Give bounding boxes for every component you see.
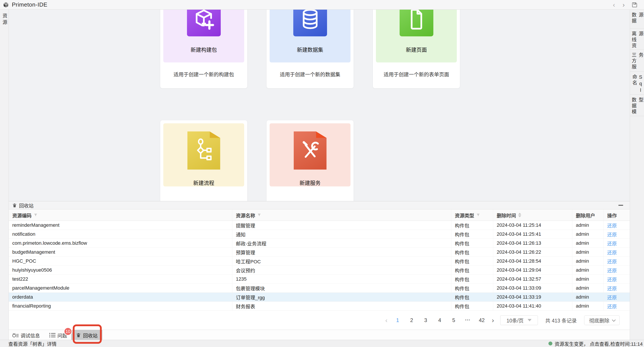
pagination-prev-icon[interactable]: ‹ bbox=[385, 317, 388, 324]
tools-icon bbox=[294, 131, 326, 170]
table-row[interactable]: com.primeton.lowcode.ems.bizflow 邮政-业务流程… bbox=[9, 239, 630, 248]
card-new-build-package[interactable]: 新建构建包 适用于创建一个新的构建包 bbox=[160, 10, 247, 88]
column-header-resource-code[interactable]: 资源编码 bbox=[9, 209, 232, 221]
cell-type: 构件包 bbox=[451, 293, 493, 302]
card-description: 适用于创建一个新的表单页面 bbox=[376, 70, 457, 78]
cell-code: parcelManagementModule bbox=[9, 284, 232, 293]
cell-name: 会议预约 bbox=[232, 266, 451, 275]
column-header-actions: 操作 bbox=[604, 209, 630, 221]
cell-deleted-at: 2024-03-04 11:33:19 bbox=[493, 293, 572, 302]
restore-link[interactable]: 还原 bbox=[607, 222, 617, 229]
restore-link[interactable]: 还原 bbox=[607, 276, 617, 283]
card-title: 新建数据集 bbox=[297, 45, 323, 53]
pagination-page-42[interactable]: 42 bbox=[478, 317, 486, 323]
navigate-forward-icon[interactable]: › bbox=[622, 1, 626, 8]
sidebar-item-data-model[interactable]: 数据模型 bbox=[630, 95, 644, 116]
cell-deleted-by: admin bbox=[572, 293, 604, 302]
sidebar-item-named-sql[interactable]: 命名Sql bbox=[630, 72, 644, 95]
chevron-down-icon bbox=[612, 318, 616, 322]
cell-deleted-by: admin bbox=[572, 257, 604, 266]
sidebar-item-offline-resources[interactable]: 离线资源 bbox=[630, 28, 644, 50]
restore-link[interactable]: 还原 bbox=[607, 267, 617, 274]
cell-deleted-at: 2024-03-04 11:33:09 bbox=[493, 284, 572, 293]
filter-icon[interactable] bbox=[34, 213, 38, 217]
pagination: ‹ 1 2 3 4 5 ••• 42 › 10条/页 共 413 条记录 彻底删 bbox=[9, 311, 630, 330]
recycle-bin-tab[interactable]: 回收站 bbox=[71, 330, 102, 340]
cell-deleted-by: admin bbox=[572, 266, 604, 275]
new-resource-cards-area: 新建构建包 适用于创建一个新的构建包 bbox=[9, 10, 630, 201]
pagination-page-1[interactable]: 1 bbox=[394, 317, 402, 323]
bottom-toolbar: 调试信息 问题 回收站 bbox=[9, 330, 630, 340]
trash-icon bbox=[12, 203, 17, 208]
cell-deleted-by: admin bbox=[572, 248, 604, 257]
sidebar-item-datasource[interactable]: 数据源 bbox=[630, 10, 644, 28]
card-title: 新建流程 bbox=[193, 179, 214, 186]
cell-name: 邮政-业务流程 bbox=[232, 239, 451, 248]
cell-type: 构件包 bbox=[451, 248, 493, 257]
restore-link[interactable]: 还原 bbox=[607, 258, 617, 265]
cell-deleted-by: admin bbox=[572, 302, 604, 311]
page-size-select[interactable]: 10条/页 bbox=[500, 316, 538, 325]
cell-code: orderdata bbox=[9, 293, 232, 302]
restore-link[interactable]: 还原 bbox=[607, 240, 617, 247]
table-row-selected[interactable]: orderdata 订单管理_rgg 构件包 2024-03-04 11:33:… bbox=[9, 293, 630, 302]
table-row[interactable]: HGC_POC 哈工程POC 构件包 2024-03-04 11:28:54 a… bbox=[9, 257, 630, 266]
card-new-service[interactable]: 新建服务 bbox=[266, 120, 354, 201]
sidebar-item-resources[interactable]: 资源 bbox=[1, 13, 8, 26]
card-new-dataset[interactable]: 新建数据集 适用于创建一个新的数据集 bbox=[266, 10, 354, 88]
card-new-page[interactable]: 新建页面 适用于创建一个新的表单页面 bbox=[373, 10, 460, 88]
table-row[interactable]: test222 1235 构件包 2024-03-04 11:32:57 adm… bbox=[9, 275, 630, 284]
problems-list-icon bbox=[49, 333, 56, 338]
table-row[interactable]: huiyishiyuyue0506 会议预约 构件包 2024-03-04 11… bbox=[9, 266, 630, 275]
restore-link[interactable]: 还原 bbox=[607, 303, 617, 310]
pagination-next-icon[interactable]: › bbox=[492, 317, 494, 324]
cell-deleted-at: 2024-03-04 11:41:40 bbox=[493, 302, 572, 311]
minimize-panel-icon[interactable] bbox=[618, 205, 623, 206]
cell-deleted-at: 2024-03-04 11:25:41 bbox=[493, 230, 572, 239]
filter-icon[interactable] bbox=[257, 213, 261, 217]
cell-name: 预算管理 bbox=[232, 248, 451, 257]
trash-icon bbox=[76, 333, 81, 338]
restore-link[interactable]: 还原 bbox=[607, 285, 617, 292]
cell-deleted-at: 2024-03-04 11:32:57 bbox=[493, 275, 572, 284]
permanent-delete-button[interactable]: 彻底删除 bbox=[584, 316, 620, 325]
column-header-resource-type[interactable]: 资源类型 bbox=[451, 209, 493, 221]
right-sidebar: 数据源 离线资源 三方服务 命名Sql 数据模型 bbox=[630, 10, 644, 340]
restore-link[interactable]: 还原 bbox=[607, 231, 617, 238]
card-new-flow[interactable]: 新建流程 bbox=[160, 120, 247, 201]
pagination-page-2[interactable]: 2 bbox=[408, 317, 416, 323]
table-row[interactable]: notification 通知 构件包 2024-03-04 11:25:41 … bbox=[9, 230, 630, 239]
card-title: 新建构建包 bbox=[191, 45, 217, 53]
sidebar-item-third-party-services[interactable]: 三方服务 bbox=[630, 50, 644, 72]
cell-deleted-at: 2024-03-04 11:25:14 bbox=[493, 221, 572, 230]
card-description: 适用于创建一个新的数据集 bbox=[270, 70, 350, 78]
table-row[interactable]: reminderManagement 提醒管理 构件包 2024-03-04 1… bbox=[9, 221, 630, 230]
filter-icon[interactable] bbox=[476, 213, 480, 217]
column-header-resource-name[interactable]: 资源名称 bbox=[232, 209, 451, 221]
pagination-page-4[interactable]: 4 bbox=[436, 317, 444, 323]
table-row[interactable]: financialReporting 财务报表 构件包 2024-03-04 1… bbox=[9, 302, 630, 311]
cell-name: 提醒管理 bbox=[232, 221, 451, 230]
folded-corner bbox=[316, 131, 326, 138]
recycle-bin-panel-header: 回收站 bbox=[9, 201, 630, 209]
debug-info-tab[interactable]: 调试信息 bbox=[12, 332, 40, 339]
restore-link[interactable]: 还原 bbox=[607, 294, 617, 301]
table-row[interactable]: budgetManagement 预算管理 构件包 2024-03-04 11:… bbox=[9, 248, 630, 257]
pagination-ellipsis[interactable]: ••• bbox=[464, 318, 472, 323]
column-header-delete-time[interactable]: 删除时间 bbox=[493, 209, 572, 221]
app-window: Primeton-IDE ‹ › 资源 bbox=[0, 0, 644, 347]
database-icon bbox=[293, 10, 327, 36]
cell-type: 构件包 bbox=[451, 221, 493, 230]
navigate-back-icon[interactable]: ‹ bbox=[612, 1, 616, 8]
sort-icon[interactable] bbox=[518, 213, 521, 217]
resource-change-notice[interactable]: 资源发生变更， 点击查看,检查时间:11:14 bbox=[548, 340, 643, 347]
cell-name: 通知 bbox=[232, 230, 451, 239]
cell-name: 包裹管理模块 bbox=[232, 284, 451, 293]
pagination-page-3[interactable]: 3 bbox=[422, 317, 430, 323]
restore-link[interactable]: 还原 bbox=[607, 249, 617, 256]
table-row[interactable]: parcelManagementModule 包裹管理模块 构件包 2024-0… bbox=[9, 284, 630, 293]
save-icon[interactable] bbox=[631, 1, 638, 8]
column-header-delete-user: 删除用户 bbox=[572, 209, 604, 221]
pagination-page-5[interactable]: 5 bbox=[450, 317, 458, 323]
cell-name: 财务报表 bbox=[232, 302, 451, 311]
